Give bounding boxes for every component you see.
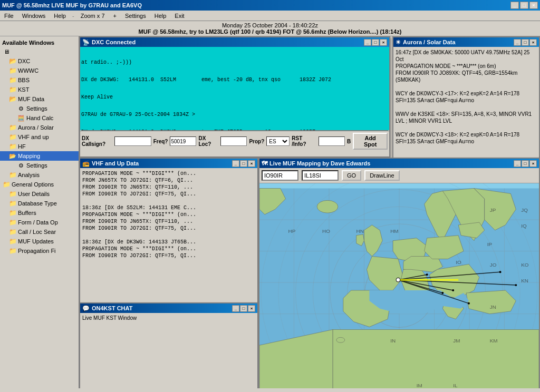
- folder-icon-db: 📁: [8, 199, 17, 208]
- aurora-controls: _ □ ×: [514, 39, 537, 46]
- menu-zoom[interactable]: Zoom x 7: [79, 12, 107, 20]
- dxc-line: Keep Alive: [81, 94, 388, 100]
- rst-input[interactable]: [319, 136, 345, 146]
- svg-text:KN: KN: [521, 278, 528, 283]
- sidebar-label-bbs: BBS: [18, 77, 30, 83]
- sidebar-item-wwwc[interactable]: 📁 WWWC: [0, 66, 79, 75]
- svg-point-49: [499, 271, 502, 273]
- menu-exit[interactable]: Exit: [172, 12, 186, 20]
- svg-text:IP: IP: [487, 241, 493, 247]
- menu-help[interactable]: Help: [52, 12, 68, 20]
- dxc-content[interactable]: at radio.. ;-))) DX de DK3WG: 144131.0 S…: [80, 47, 389, 130]
- sidebar-item-form[interactable]: 📁 Form / Data Op: [0, 218, 79, 227]
- drawline-button[interactable]: DrawLine: [364, 170, 399, 181]
- dxc-minimize[interactable]: _: [364, 39, 371, 46]
- muf-title: Live MUF Mapping by Dave Edwards: [269, 160, 370, 166]
- freq-input[interactable]: [170, 136, 196, 146]
- sidebar-item-muf-updates[interactable]: 📁 MUF Updates: [0, 237, 79, 246]
- vhf-line: FROM IO90IR TO JO72GI: QTF=75, QI...: [82, 225, 255, 232]
- vhf-maximize[interactable]: □: [240, 160, 247, 167]
- folder-icon-user: 📁: [8, 190, 17, 198]
- chat-maximize[interactable]: □: [240, 305, 247, 312]
- aurora-titlebar: ☀ Aurora / Solar Data _ □ ×: [393, 37, 539, 47]
- sidebar-label-analysis: Analysis: [18, 172, 40, 178]
- sidebar-item-vhf[interactable]: 📁 VHF and up: [0, 132, 79, 142]
- dxc-close[interactable]: ×: [380, 39, 387, 46]
- sidebar-item-prop[interactable]: 📁 Propagation Fi: [0, 246, 79, 256]
- menu-help2[interactable]: Help: [152, 12, 169, 20]
- sidebar-item-bbs[interactable]: 📁 BBS: [0, 75, 79, 85]
- sidebar-item-aurora[interactable]: 📁 Aurora / Solar: [0, 123, 79, 132]
- minimize-button[interactable]: _: [510, 2, 519, 9]
- sidebar-item-dxc[interactable]: 📂 DXC: [0, 56, 79, 66]
- folder-icon-aurora: 📁: [8, 123, 17, 132]
- muf-maximize[interactable]: □: [522, 160, 529, 167]
- svg-text:HP: HP: [288, 228, 296, 234]
- computer-icon: 🖥: [2, 47, 11, 56]
- sidebar-item-settings1[interactable]: ⚙ Settings: [0, 104, 79, 113]
- sidebar-item-settings2[interactable]: ⚙ Settings: [0, 161, 79, 170]
- sidebar-label-form: Form / Data Op: [18, 219, 58, 226]
- dxc-line: DX de DK3WG: 144131.0 S52LM eme, best -2…: [81, 77, 388, 83]
- dxc-titlebar: 📡 DXC Connected _ □ ×: [80, 37, 389, 47]
- chat-content: Live MUF KST Window: [80, 313, 257, 388]
- menu-settings[interactable]: Settings: [123, 12, 148, 20]
- b-label: B: [347, 139, 351, 144]
- sidebar-item-general[interactable]: 📁 General Options: [0, 180, 79, 189]
- muf-locator2-input[interactable]: [302, 170, 339, 181]
- svg-text:JP: JP: [490, 207, 496, 213]
- folder-icon-vhf: 📁: [8, 133, 17, 141]
- sidebar-item-hand-calc[interactable]: 🧮 Hand Calc: [0, 113, 79, 123]
- prop-select[interactable]: ES AU F2 MS EME: [266, 136, 290, 146]
- vhf-controls: _ □ ×: [232, 160, 255, 167]
- aurora-maximize[interactable]: □: [522, 39, 529, 46]
- aurora-line: [396, 83, 537, 90]
- muf-close[interactable]: ×: [529, 160, 537, 167]
- sidebar-item-buffers[interactable]: 📁 Buffers: [0, 208, 79, 218]
- loc-input[interactable]: [220, 136, 247, 146]
- sidebar-item-muf-data[interactable]: 📂 MUF Data: [0, 94, 79, 104]
- folder-icon-bbs: 📁: [8, 76, 17, 84]
- svg-point-53: [441, 292, 443, 294]
- maximize-button[interactable]: □: [520, 2, 528, 9]
- vhf-minimize[interactable]: _: [232, 160, 239, 167]
- go-button[interactable]: GO: [342, 170, 361, 181]
- folder-icon-general: 📁: [2, 180, 11, 189]
- sidebar-item-database[interactable]: 📁 Database Type: [0, 199, 79, 208]
- rst-label: RST /Info?: [292, 135, 316, 147]
- vhf-close[interactable]: ×: [248, 160, 255, 167]
- menu-zoom-plus[interactable]: +: [111, 12, 119, 20]
- chat-close[interactable]: ×: [248, 305, 255, 312]
- sidebar-item-analysis[interactable]: 📁 Analysis: [0, 170, 79, 180]
- aurora-icon: ☀: [396, 39, 401, 46]
- sidebar-label-muf-updates: MUF Updates: [18, 238, 54, 244]
- sidebar-item-hf[interactable]: 📁 HF: [0, 142, 79, 151]
- sidebar-label-hand-calc: Hand Calc: [26, 115, 53, 121]
- sidebar-item-call[interactable]: 📁 Call / Loc Sear: [0, 227, 79, 237]
- freq-label: Freq?: [153, 139, 168, 144]
- aurora-close[interactable]: ×: [529, 39, 537, 46]
- sidebar-label-kst: KST: [18, 86, 29, 93]
- dxc-line: G7RAU de G7RAU-9 25-Oct-2004 1834Z >: [81, 112, 388, 117]
- vhf-icon: 📻: [82, 160, 90, 167]
- sidebar-label-buffers: Buffers: [18, 210, 36, 216]
- dxc-maximize[interactable]: □: [372, 39, 379, 46]
- add-spot-button[interactable]: Add Spot: [353, 133, 388, 150]
- vhf-content[interactable]: PROPAGATION MODE ~ ***DIGI*** (on... FRO…: [80, 168, 257, 305]
- sidebar-item-user-details[interactable]: 📁 User Details: [0, 189, 79, 199]
- folder-icon-analysis: 📁: [8, 171, 17, 179]
- close-button[interactable]: ×: [529, 2, 538, 9]
- vhf-line: FROM IO90IR TO JN65TX: QTF=110, ...: [82, 184, 255, 191]
- muf-minimize[interactable]: _: [514, 160, 521, 167]
- chat-minimize[interactable]: _: [232, 305, 239, 312]
- callsign-input[interactable]: [114, 136, 151, 146]
- app-titlebar: MUF @ 56.58mhz LIVE MUF by G7RAU and EA6…: [0, 0, 540, 11]
- vhf-line: PROPAGATION MODE ~ ***DIGI*** (on...: [82, 211, 255, 218]
- sidebar-item-kst[interactable]: 📁 KST: [0, 85, 79, 94]
- aurora-minimize[interactable]: _: [514, 39, 521, 46]
- menu-windows[interactable]: Windows: [20, 12, 48, 20]
- sidebar-item-mapping[interactable]: 📂 Mapping: [0, 151, 79, 161]
- muf-locator1-input[interactable]: [262, 170, 298, 181]
- sidebar-label-mapping: Mapping: [18, 153, 40, 159]
- menu-file[interactable]: File: [2, 12, 16, 20]
